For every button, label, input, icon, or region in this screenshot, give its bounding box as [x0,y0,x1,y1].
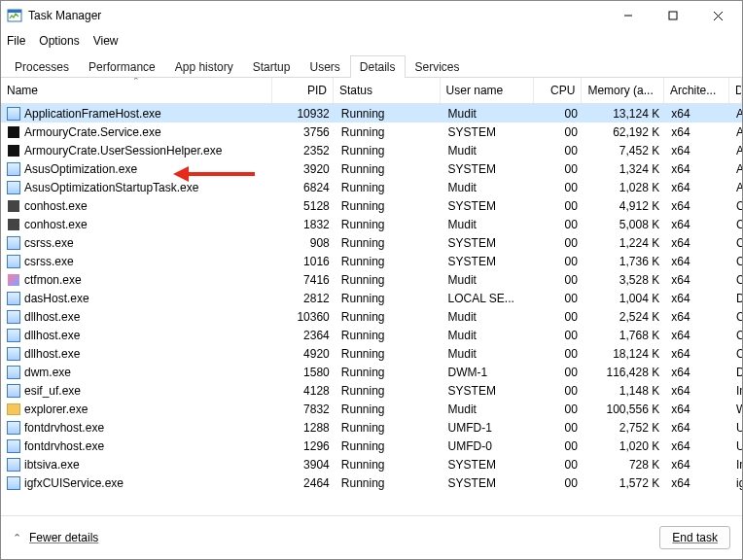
process-row[interactable]: ArmouryCrate.UserSessionHelper.exe2352Ru… [1,141,742,159]
maximize-button[interactable] [651,1,695,30]
tab-processes[interactable]: Processes [5,55,79,78]
cell-user: Mudit [442,400,536,418]
tab-users[interactable]: Users [300,55,349,78]
process-row[interactable]: AsusOptimization.exe3920RunningSYSTEM001… [1,159,742,178]
process-icon [7,292,20,305]
cell-desc: Usermode For [730,418,742,437]
process-row[interactable]: csrss.exe1016RunningSYSTEM001,736 Kx64Cl… [1,252,742,270]
cell-user: Mudit [442,270,536,289]
fewer-details-underline: Fewer details [29,531,98,544]
cell-user: SYSTEM [442,196,536,215]
process-row[interactable]: dllhost.exe10360RunningMudit002,524 Kx64… [1,307,742,326]
cell-desc: COM Surrogat [730,307,742,326]
cell-user: SYSTEM [442,455,536,473]
col-arch[interactable]: Archite... [664,78,729,103]
cell-pid: 6824 [274,178,336,196]
tab-performance[interactable]: Performance [79,55,165,78]
process-row[interactable]: explorer.exe7832RunningMudit00100,556 Kx… [1,400,742,418]
cell-name: AsusOptimizationStartupTask.exe [1,178,274,196]
tab-app-history[interactable]: App history [165,55,243,78]
fewer-details-button[interactable]: ⌃ Fewer details [13,531,98,544]
cell-arch: x64 [665,196,730,215]
cell-user: SYSTEM [442,159,536,178]
process-row[interactable]: fontdrvhost.exe1288RunningUMFD-1002,752 … [1,418,742,437]
tab-services[interactable]: Services [406,55,470,78]
process-row[interactable]: dwm.exe1580RunningDWM-100116,428 Kx64Des… [1,363,742,381]
cell-mem: 1,020 K [584,437,665,455]
cell-user: UMFD-1 [442,418,536,437]
col-desc[interactable]: Description [729,78,742,103]
cell-mem: 728 K [584,455,665,473]
cell-arch: x64 [665,400,730,418]
tab-details[interactable]: Details [350,55,406,78]
cell-mem: 1,004 K [584,289,665,307]
cell-cpu: 00 [536,326,584,344]
window-title: Task Manager [28,9,101,22]
chevron-up-icon: ⌃ [13,532,21,544]
process-row[interactable]: dllhost.exe4920RunningMudit0018,124 Kx64… [1,344,742,363]
process-row[interactable]: dllhost.exe2364RunningMudit001,768 Kx64C… [1,326,742,344]
end-task-button[interactable]: End task [659,526,730,549]
cell-arch: x64 [665,455,730,473]
cell-arch: x64 [665,178,730,196]
process-row[interactable]: ApplicationFrameHost.exe10932RunningMudi… [1,104,742,122]
process-row[interactable]: igfxCUIService.exe2464RunningSYSTEM001,5… [1,473,742,492]
cell-cpu: 00 [536,344,584,363]
svg-rect-1 [8,10,21,13]
cell-name: dllhost.exe [1,326,274,344]
col-cpu[interactable]: CPU [534,78,583,103]
process-icon [7,218,20,231]
menu-options[interactable]: Options [39,34,79,48]
menu-file[interactable]: File [7,34,25,48]
cell-status: Running [336,252,442,270]
process-list[interactable]: ApplicationFrameHost.exe10932RunningMudi… [1,104,742,515]
col-mem[interactable]: Memory (a... [582,78,664,103]
cell-status: Running [336,344,442,363]
cell-arch: x64 [665,381,730,400]
process-row[interactable]: conhost.exe5128RunningSYSTEM004,912 Kx64… [1,196,742,215]
cell-user: Mudit [442,215,536,233]
close-button[interactable] [695,1,740,30]
cell-name: fontdrvhost.exe [1,418,274,437]
cell-mem: 1,736 K [584,252,665,270]
process-row[interactable]: dasHost.exe2812RunningLOCAL SE...001,004… [1,289,742,307]
minimize-button[interactable] [606,1,651,30]
process-row[interactable]: conhost.exe1832RunningMudit005,008 Kx64C… [1,215,742,233]
cell-name: ArmouryCrate.UserSessionHelper.exe [1,141,274,159]
col-name[interactable]: Name ⌃ [1,78,272,103]
tab-startup[interactable]: Startup [243,55,301,78]
process-row[interactable]: esif_uf.exe4128RunningSYSTEM001,148 Kx64… [1,381,742,400]
col-status[interactable]: Status [334,78,441,103]
cell-cpu: 00 [536,455,584,473]
svg-rect-3 [669,12,677,19]
col-pid[interactable]: PID [272,78,334,103]
cell-user: Mudit [442,326,536,344]
cell-cpu: 00 [536,307,584,326]
col-user[interactable]: User name [441,78,534,103]
process-row[interactable]: csrss.exe908RunningSYSTEM001,224 Kx64Cli… [1,233,742,252]
cell-desc: Device Associa [730,289,742,307]
cell-mem: 1,324 K [584,159,665,178]
process-row[interactable]: fontdrvhost.exe1296RunningUMFD-0001,020 … [1,437,742,455]
process-icon [7,439,20,453]
cell-name: fontdrvhost.exe [1,437,274,455]
cell-mem: 2,524 K [584,307,665,326]
process-row[interactable]: ctfmon.exe7416RunningMudit003,528 Kx64CT… [1,270,742,289]
cell-desc: Console Wind [730,196,742,215]
cell-cpu: 00 [536,104,584,122]
cell-status: Running [336,141,442,159]
cell-status: Running [336,381,442,400]
task-manager-icon [7,8,22,23]
cell-arch: x64 [665,252,730,270]
menu-view[interactable]: View [93,34,119,48]
cell-mem: 1,028 K [584,178,665,196]
cell-status: Running [336,363,442,381]
process-row[interactable]: AsusOptimizationStartupTask.exe6824Runni… [1,178,742,196]
process-icon [7,125,20,139]
cell-cpu: 00 [536,122,584,141]
cell-arch: x64 [665,215,730,233]
process-row[interactable]: ibtsiva.exe3904RunningSYSTEM00728 Kx64In… [1,455,742,473]
cell-user: Mudit [442,344,536,363]
cell-arch: x64 [665,159,730,178]
process-row[interactable]: ArmouryCrate.Service.exe3756RunningSYSTE… [1,122,742,141]
